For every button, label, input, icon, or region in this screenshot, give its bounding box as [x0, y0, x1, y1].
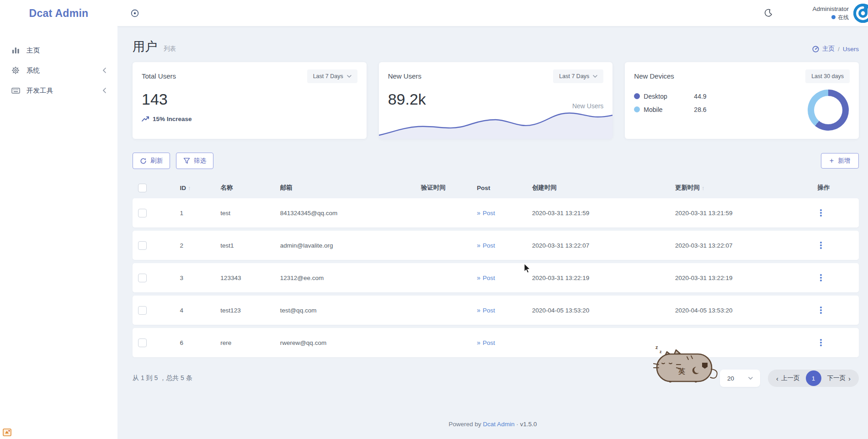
page-title-group: 用户 列表 — [133, 38, 176, 55]
row-checkbox[interactable] — [138, 274, 147, 282]
page-footer: Powered by Dcat Admin · v1.5.0 — [117, 421, 868, 428]
cell-email: rwerew@qq.com — [273, 339, 414, 346]
row-checkbox[interactable] — [138, 339, 147, 347]
refresh-label: 刷新 — [150, 157, 163, 165]
cell-email: 841324345@qq.com — [273, 210, 414, 217]
legend-value: 44.9 — [694, 93, 706, 100]
column-header-updated-at[interactable]: 更新时间↑ — [668, 184, 810, 192]
row-actions-menu-icon[interactable] — [817, 272, 825, 283]
new-users-area-chart — [379, 105, 613, 139]
row-actions-menu-icon[interactable] — [817, 207, 825, 218]
metric-cards-row: Total Users Last 7 Days 143 15% Increase… — [133, 62, 859, 139]
row-actions-menu-icon[interactable] — [817, 337, 825, 348]
new-devices-range-badge[interactable]: Last 30 days — [805, 69, 850, 83]
refresh-button[interactable]: 刷新 — [133, 153, 170, 169]
column-header-id[interactable]: ID↑ — [172, 185, 213, 191]
debugbar-icon[interactable] — [3, 428, 11, 436]
sidebar-toggle-icon[interactable] — [130, 9, 139, 18]
page-head: 用户 列表 主页 / Users — [117, 26, 868, 55]
cell-email: admin@lavalite.org — [273, 242, 414, 249]
user-block[interactable]: Administrator 在线 — [812, 5, 849, 21]
card-title: New Users — [388, 69, 421, 80]
total-users-value: 143 — [142, 90, 357, 108]
brand-link[interactable]: Dcat Admin — [483, 421, 515, 428]
current-page-button[interactable]: 1 — [806, 370, 821, 386]
range-label: Last 30 days — [811, 73, 844, 79]
footer-separator: · — [516, 421, 518, 428]
sidebar-item-devtools[interactable]: 开发工具 — [0, 80, 117, 100]
prev-page-button[interactable]: ‹ 上一页 — [770, 374, 806, 382]
sidebar-item-label: 主页 — [27, 46, 40, 55]
double-angle-icon: » — [477, 209, 480, 217]
sleeping-cat-sticker: z z 英 — [653, 342, 722, 386]
cell-name: test1 — [213, 242, 272, 249]
cell-updated-at: 2020-03-31 13:21:59 — [668, 210, 810, 217]
post-link[interactable]: »Post — [477, 339, 495, 346]
cell-updated-at: 2020-04-05 13:53:20 — [668, 307, 810, 314]
range-label: Last 7 Days — [559, 73, 589, 79]
post-link[interactable]: »Post — [477, 242, 495, 249]
breadcrumb-separator: / — [838, 46, 840, 53]
cell-updated-at: 2020-03-31 13:22:07 — [668, 242, 810, 249]
select-all-checkbox[interactable] — [138, 184, 147, 192]
create-button[interactable]: + 新增 — [821, 153, 859, 169]
sidebar-item-label: 开发工具 — [27, 86, 53, 95]
cell-email: 12312@ee.com — [273, 275, 414, 281]
total-users-range-dropdown[interactable]: Last 7 Days — [307, 69, 357, 83]
next-page-button[interactable]: 下一页 › — [821, 374, 857, 382]
post-link[interactable]: »Post — [477, 209, 495, 217]
cell-id: 2 — [172, 242, 213, 249]
total-users-card: Total Users Last 7 Days 143 15% Increase — [133, 62, 367, 139]
gear-icon — [11, 66, 20, 75]
post-link[interactable]: »Post — [477, 307, 495, 314]
cell-created-at: 2020-03-31 13:22:07 — [525, 242, 668, 249]
cell-id: 6 — [172, 339, 213, 346]
post-link[interactable]: »Post — [477, 274, 495, 281]
topbar-right: Administrator 在线 — [763, 4, 868, 23]
range-label: Last 7 Days — [313, 73, 343, 79]
sidebar-item-system[interactable]: 系统 — [0, 60, 117, 80]
avatar[interactable] — [853, 4, 868, 23]
filter-label: 筛选 — [194, 157, 206, 165]
row-checkbox[interactable] — [138, 209, 147, 217]
mobile-dot-icon — [634, 106, 640, 112]
breadcrumb-current[interactable]: Users — [843, 46, 859, 53]
row-checkbox[interactable] — [138, 241, 147, 250]
total-users-trend: 15% Increase — [142, 116, 357, 122]
page-size-select[interactable]: 20 — [720, 370, 760, 387]
cell-name: 123343 — [213, 275, 272, 281]
filter-funnel-icon — [183, 158, 190, 164]
row-actions-menu-icon[interactable] — [817, 240, 825, 251]
dark-mode-moon-icon[interactable] — [763, 8, 773, 18]
sidebar-item-label: 系统 — [27, 66, 40, 75]
row-checkbox[interactable] — [138, 306, 147, 315]
chevron-down-icon — [593, 75, 597, 78]
new-users-range-dropdown[interactable]: Last 7 Days — [553, 69, 603, 83]
tachometer-icon — [812, 46, 819, 53]
legend-value: 28.6 — [694, 106, 706, 113]
card-title: New Devices — [634, 69, 674, 80]
users-table: ID↑ 名称 邮箱 验证时间 Post 创建时间 更新时间↑ 操作 1 test… — [133, 177, 859, 357]
svg-text:英: 英 — [678, 367, 685, 375]
filter-button[interactable]: 筛选 — [176, 153, 213, 169]
sidebar-item-home[interactable]: 主页 — [0, 40, 117, 60]
desktop-dot-icon — [634, 93, 640, 99]
sidebar: Dcat Admin 主页 系统 开发工具 — [0, 0, 117, 439]
cell-updated-at: 2020-03-31 13:22:19 — [668, 275, 810, 281]
cell-email: test@qq.com — [273, 307, 414, 314]
cell-created-at: 2020-03-31 13:22:19 — [525, 275, 668, 281]
breadcrumb-home-link[interactable]: 主页 — [822, 45, 835, 53]
cell-name: test — [213, 210, 272, 217]
trending-up-icon — [142, 116, 149, 122]
keyboard-icon — [11, 86, 20, 95]
column-header-verified-at: 验证时间 — [414, 184, 469, 192]
chevron-left-icon: ‹ — [776, 375, 778, 382]
card-title: Total Users — [142, 69, 176, 80]
double-angle-icon: » — [477, 307, 480, 314]
sidebar-menu: 主页 系统 开发工具 — [0, 26, 117, 100]
new-users-card: New Users Last 7 Days 89.2k New Users — [379, 62, 613, 139]
table-row: 1 test 841324345@qq.com »Post 2020-03-31… — [133, 198, 859, 227]
column-header-name: 名称 — [213, 184, 272, 192]
app-logo[interactable]: Dcat Admin — [0, 0, 117, 26]
row-actions-menu-icon[interactable] — [817, 305, 825, 316]
